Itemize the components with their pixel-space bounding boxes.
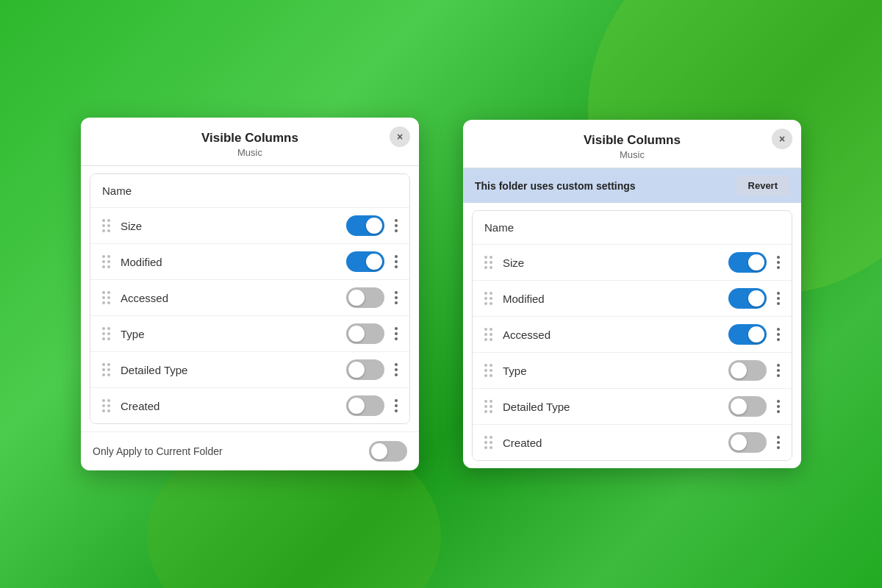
drag-handle-modified-1[interactable] [99, 254, 113, 270]
toggle-modified-1[interactable] [346, 251, 384, 272]
column-label-detailed-type-2: Detailed Type [503, 401, 721, 413]
more-menu-accessed-1[interactable] [392, 290, 401, 306]
column-row-accessed-1: Accessed [90, 280, 409, 316]
dialog-visible-columns-2: Visible Columns Music × This folder uses… [463, 120, 801, 468]
more-menu-type-1[interactable] [392, 326, 401, 342]
column-row-type-2: Type [473, 353, 792, 389]
drag-handle-detailed-type-2[interactable] [481, 398, 495, 415]
drag-handle-accessed-1[interactable] [99, 290, 113, 306]
more-menu-modified-1[interactable] [392, 254, 401, 270]
column-label-created-1: Created [121, 400, 339, 412]
more-menu-created-1[interactable] [392, 398, 401, 414]
column-label-accessed-1: Accessed [121, 292, 339, 304]
drag-handle-detailed-type-1[interactable] [99, 362, 113, 378]
drag-handle-created-2[interactable] [481, 434, 495, 451]
drag-handle-modified-2[interactable] [481, 290, 495, 306]
more-menu-type-2[interactable] [774, 362, 783, 379]
column-row-size-1: Size [90, 208, 409, 244]
column-row-size-2: Size [473, 245, 792, 281]
drag-handle-type-2[interactable] [481, 362, 495, 379]
more-menu-accessed-2[interactable] [774, 326, 783, 343]
column-label-type-1: Type [121, 328, 339, 340]
column-label-created-2: Created [503, 437, 721, 449]
toggle-modified-2[interactable] [728, 288, 767, 309]
close-button-2[interactable]: × [772, 129, 792, 149]
dialog-header-2: Visible Columns Music × [463, 120, 801, 168]
drag-handle-size-1[interactable] [99, 218, 113, 234]
toggle-accessed-2[interactable] [728, 324, 767, 345]
name-row-2: Name [473, 211, 792, 245]
column-label-modified-2: Modified [503, 293, 721, 305]
footer-label-1: Only Apply to Current Folder [93, 445, 223, 457]
column-row-detailed-type-2: Detailed Type [473, 389, 792, 425]
toggle-detailed-type-2[interactable] [728, 396, 767, 417]
drag-handle-type-1[interactable] [99, 326, 113, 342]
dialog-subtitle-1: Music [93, 147, 407, 158]
more-menu-modified-2[interactable] [774, 290, 783, 306]
revert-button-2[interactable]: Revert [736, 176, 789, 196]
column-row-detailed-type-1: Detailed Type [90, 352, 409, 388]
dialog-subtitle-2: Music [475, 149, 789, 160]
column-row-created-1: Created [90, 388, 409, 423]
drag-handle-created-1[interactable] [99, 398, 113, 414]
column-label-size-1: Size [121, 220, 339, 232]
column-label-type-2: Type [503, 365, 721, 377]
column-row-type-1: Type [90, 316, 409, 352]
close-icon-1: × [397, 131, 403, 143]
dialog-visible-columns-1: Visible Columns Music × Name Size Modifi… [81, 118, 419, 470]
drag-handle-accessed-2[interactable] [481, 326, 495, 343]
toggle-current-folder-1[interactable] [369, 441, 407, 462]
more-menu-created-2[interactable] [774, 434, 783, 451]
columns-list-2: Name Size Modified [472, 210, 792, 461]
toggle-size-1[interactable] [346, 215, 384, 236]
dialog-header-1: Visible Columns Music × [81, 118, 419, 166]
more-menu-size-1[interactable] [392, 218, 401, 234]
toggle-accessed-1[interactable] [346, 287, 384, 308]
more-menu-size-2[interactable] [774, 254, 783, 270]
column-row-accessed-2: Accessed [473, 317, 792, 353]
custom-banner-2: This folder uses custom settings Revert [463, 168, 801, 203]
toggle-size-2[interactable] [728, 252, 767, 273]
dialog-title-2: Visible Columns [475, 133, 789, 148]
drag-handle-size-2[interactable] [481, 254, 495, 270]
columns-list-1: Name Size Modified [90, 173, 410, 424]
name-row-1: Name [90, 174, 409, 208]
column-row-modified-2: Modified [473, 281, 792, 317]
close-button-1[interactable]: × [390, 126, 410, 147]
more-menu-detailed-type-2[interactable] [774, 398, 783, 415]
column-label-size-2: Size [503, 257, 721, 269]
toggle-created-1[interactable] [346, 395, 384, 416]
close-icon-2: × [779, 133, 785, 145]
dialog-title-1: Visible Columns [93, 131, 407, 146]
toggle-type-1[interactable] [346, 323, 384, 344]
column-row-modified-1: Modified [90, 244, 409, 280]
column-label-accessed-2: Accessed [503, 329, 721, 341]
column-row-created-2: Created [473, 425, 792, 460]
column-label-detailed-type-1: Detailed Type [121, 364, 339, 376]
more-menu-detailed-type-1[interactable] [392, 362, 401, 378]
banner-text-2: This folder uses custom settings [475, 180, 636, 192]
toggle-detailed-type-1[interactable] [346, 359, 384, 380]
column-label-modified-1: Modified [121, 256, 339, 268]
toggle-created-2[interactable] [728, 432, 767, 453]
toggle-type-2[interactable] [728, 360, 767, 381]
footer-row-1: Only Apply to Current Folder [81, 431, 419, 470]
